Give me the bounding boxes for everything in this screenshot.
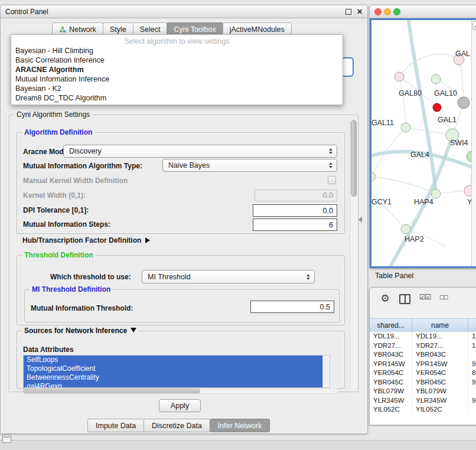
- node[interactable]: [401, 123, 410, 132]
- sources-disclosure[interactable]: Sources for Network Inference: [22, 327, 139, 335]
- table-row[interactable]: YIL052CYIL052C: [370, 405, 476, 415]
- control-panel-window: Control Panel ✕ Network Style Se: [0, 5, 368, 434]
- dropdown-item[interactable]: Bayesian - K2: [11, 84, 343, 93]
- algorithm-definition-group: Algorithm Definition Aracne Mode: Discov…: [17, 132, 345, 234]
- apply-label: Apply: [171, 402, 189, 410]
- node-label: HAP4: [414, 198, 433, 206]
- node-hap2[interactable]: [401, 224, 410, 234]
- columns-icon[interactable]: [399, 294, 410, 304]
- list-item[interactable]: TopologicalCoefficient: [24, 364, 323, 373]
- which-threshold-select[interactable]: MI Threshold: [142, 270, 315, 283]
- scroll-up-arrow-icon[interactable]: [472, 21, 476, 30]
- tab-label: jActiveMNodules: [230, 25, 285, 34]
- tab-infer-network[interactable]: Infer Network: [210, 419, 270, 432]
- node-hap4[interactable]: [431, 189, 441, 198]
- edge: [408, 20, 436, 194]
- dropdown-item[interactable]: Bayesian - Hill Climbing: [11, 46, 343, 56]
- table-body: YDL19...YDL19...13 YDR27...YDR27...12 YB…: [370, 332, 476, 425]
- disclosure-right-icon: [145, 237, 150, 243]
- threshold-definition-group: Threshold Definition Which threshold to …: [17, 255, 345, 325]
- float-window-icon[interactable]: [345, 9, 351, 15]
- edge: [376, 177, 436, 194]
- node[interactable]: [431, 74, 441, 84]
- table-row[interactable]: YBL079WYBL079W: [370, 387, 476, 396]
- zoom-traffic-icon[interactable]: [393, 8, 400, 15]
- node-gal10[interactable]: [458, 97, 470, 109]
- bottom-left-window-icon: [2, 435, 11, 443]
- dropdown-item-selected[interactable]: ARACNE Algorithm: [11, 65, 343, 74]
- dropdown-item[interactable]: Dream8 DC_TDC Algorithm: [11, 93, 343, 103]
- panel-collapse-chevron[interactable]: [358, 217, 362, 223]
- tab-discretize-data[interactable]: Discretize Data: [144, 419, 210, 432]
- list-item[interactable]: SelfLoops: [24, 356, 323, 364]
- horizontal-scrollbar[interactable]: [22, 388, 339, 394]
- network-scrollbar[interactable]: [471, 20, 476, 266]
- node-label: HAP2: [405, 235, 424, 243]
- table-panel-title: Table Panel: [375, 272, 413, 280]
- table-row[interactable]: YER054CYER054C8..: [370, 369, 476, 378]
- cyni-algorithm-settings-group: Cyni Algorithm Settings Algorithm Defini…: [9, 115, 358, 392]
- network-canvas[interactable]: GAL GAL80 GAL10 GAL11 GAL1 SWI4 GAL4 GCY…: [370, 18, 476, 268]
- node[interactable]: [395, 72, 404, 81]
- edge: [399, 54, 459, 77]
- node[interactable]: [371, 172, 376, 181]
- field-value: 0.0: [323, 191, 333, 200]
- data-attributes-list[interactable]: SelfLoops TopologicalCoefficient Between…: [23, 355, 330, 388]
- tab-label: Infer Network: [218, 422, 262, 430]
- deselect-all-checkboxes-icon[interactable]: □□: [440, 293, 448, 301]
- apply-button[interactable]: Apply: [159, 399, 201, 412]
- which-threshold-label: Which threshold to use:: [50, 273, 131, 281]
- node-label: GAL10: [434, 89, 457, 97]
- control-panel-titlebar: Control Panel ✕: [1, 5, 367, 18]
- table-panel-window: ⚙ ☑☑ □□ shared... name YDL19...YDL19...1…: [369, 287, 476, 425]
- mi-steps-label: Mutual Information Steps:: [23, 220, 110, 229]
- dropdown-placeholder: Select algorithm to view settings: [11, 37, 343, 46]
- close-icon[interactable]: ✕: [357, 8, 363, 15]
- table-row[interactable]: YDL19...YDL19...13: [370, 332, 476, 341]
- group-title: Algorithm Definition: [22, 128, 94, 136]
- table-header: shared... name: [370, 318, 476, 332]
- group-title: Threshold Definition: [22, 251, 96, 259]
- table-row[interactable]: YBR045CYBR045C9..: [370, 378, 476, 387]
- node-label: GAL: [455, 50, 470, 58]
- hub-tf-disclosure[interactable]: Hub/Transcription Factor Definition: [22, 236, 150, 244]
- dpi-tolerance-label: DPI Tolerance [0,1]:: [23, 206, 89, 214]
- mi-threshold-field[interactable]: 0.5: [250, 301, 334, 313]
- list-item[interactable]: gal4RGexp: [24, 382, 323, 388]
- tab-impute-data[interactable]: Impute Data: [87, 419, 144, 432]
- close-traffic-icon[interactable]: [374, 8, 382, 15]
- mi-steps-field[interactable]: 6: [253, 219, 337, 231]
- settings-scrollbar[interactable]: [350, 119, 357, 387]
- kernel-width-field: 0.0: [255, 190, 337, 201]
- selected-value: Naive Bayes: [168, 161, 210, 169]
- node-label: GAL11: [371, 119, 394, 127]
- list-scrollbar[interactable]: [322, 356, 330, 387]
- dpi-tolerance-field[interactable]: 0.0: [253, 204, 337, 217]
- dropdown-item[interactable]: Mutual Information Inference: [11, 74, 343, 84]
- gear-icon[interactable]: ⚙: [379, 292, 391, 304]
- network-window-titlebar: [370, 5, 476, 18]
- combo-arrows-icon: [329, 148, 332, 154]
- column-header-extra[interactable]: [468, 319, 476, 332]
- table-row[interactable]: YPR145WYPR145W9.: [370, 360, 476, 369]
- list-item[interactable]: BetweennessCentrality: [24, 373, 323, 382]
- select-all-checkboxes-icon[interactable]: ☑☑: [419, 293, 431, 301]
- column-header-shared-name[interactable]: shared...: [370, 319, 412, 332]
- table-row[interactable]: YBR043CYBR043C: [370, 350, 476, 360]
- dropdown-item[interactable]: Basic Correlation Inference: [11, 56, 343, 65]
- mi-type-select[interactable]: Naive Bayes: [162, 159, 337, 172]
- selected-value: MI Threshold: [148, 273, 191, 281]
- column-header-name[interactable]: name: [412, 319, 468, 332]
- tab-label: Discretize Data: [152, 422, 202, 430]
- manual-kernel-checkbox[interactable]: [328, 176, 336, 184]
- table-row[interactable]: YDR27...YDR27...12: [370, 341, 476, 351]
- edge: [399, 77, 406, 128]
- table-row[interactable]: YLR345WYLR345W9..: [370, 396, 476, 406]
- group-title: Cyni Algorithm Settings: [14, 110, 92, 119]
- settings-scrollbar-thumb[interactable]: [351, 120, 357, 197]
- node-selected-red[interactable]: [433, 103, 441, 112]
- horizontal-scrollbar-thumb[interactable]: [23, 389, 200, 393]
- disclosure-down-icon: [131, 328, 136, 332]
- aracne-mode-select[interactable]: Discovery: [63, 145, 337, 158]
- minimize-traffic-icon[interactable]: [384, 8, 391, 15]
